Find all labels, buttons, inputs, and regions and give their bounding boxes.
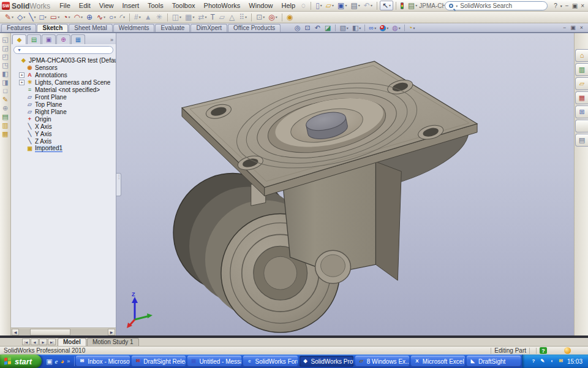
quick-launch-overflow-icon[interactable]: » <box>67 358 70 364</box>
view-top-icon[interactable]: ◧ <box>2 71 8 77</box>
offset-entities-icon[interactable]: ✳ <box>154 13 165 21</box>
rapid-sketch-icon[interactable]: ◎▾ <box>266 13 279 21</box>
tree-item-y-axis[interactable]: ╲ Y Axis <box>13 130 116 137</box>
zoom-to-fit-icon[interactable]: ◎ <box>293 25 303 31</box>
open-document-icon[interactable]: ▱▾ <box>324 2 336 9</box>
separator[interactable] <box>364 25 365 31</box>
select-arrow-icon[interactable]: ↖▾ <box>380 1 393 10</box>
expand-toggle[interactable] <box>19 109 24 115</box>
expand-toggle[interactable] <box>19 117 24 122</box>
firefox-icon[interactable]: ◕ <box>60 358 64 365</box>
tree-item-x-axis[interactable]: ╲ X Axis <box>13 123 116 130</box>
tray-outlook-icon[interactable]: ✉ <box>557 358 565 365</box>
expand-toggle[interactable]: + <box>19 80 24 85</box>
centerpoint-arc-icon[interactable]: ◠▾ <box>72 13 85 21</box>
expand-toggle[interactable]: + <box>19 72 24 78</box>
separator[interactable] <box>404 25 405 31</box>
quick-tips-help-icon[interactable]: ? <box>540 347 547 354</box>
motion-study-tab[interactable]: Motion Study 1 <box>87 338 139 346</box>
help-button[interactable]: ? <box>554 2 557 9</box>
task-solidworks-forum-browser[interactable]: e SolidWorks Foru... <box>243 356 297 367</box>
expand-toggle[interactable] <box>13 58 18 63</box>
separator[interactable] <box>311 2 311 10</box>
appearances-scenes-tab[interactable] <box>575 120 588 132</box>
search-input[interactable]: SolidWorks Search <box>460 2 543 9</box>
menu-window[interactable]: Window <box>244 1 277 10</box>
expand-toggle[interactable] <box>19 87 24 93</box>
tab-sketch[interactable]: Sketch <box>37 24 68 32</box>
sketch-icon[interactable]: ✎▾ <box>3 13 15 21</box>
file-properties-icon[interactable]: ▤▾ <box>406 2 419 9</box>
custom-properties-tab[interactable]: ▤ <box>575 134 588 147</box>
point-icon[interactable]: ⊕ <box>85 13 95 21</box>
tab-features[interactable]: Features <box>1 24 36 32</box>
tray-pen-icon[interactable]: ✎ <box>539 358 546 365</box>
doc-minimize-button[interactable]: − <box>563 25 566 31</box>
view-right-icon[interactable]: ◳ <box>2 62 8 69</box>
tree-item-lights[interactable]: + ☀ Lights, Cameras and Scene <box>13 79 116 86</box>
tree-item-part[interactable]: ◆ JPMA-CHCA003-GR test (Default<<Default… <box>13 56 116 64</box>
task-windows-explorer-group[interactable]: ▱ 8 Windows Ex... ▾ <box>355 356 409 367</box>
edit-appearance-icon[interactable]: ▾ <box>378 25 390 31</box>
spline-icon[interactable]: ∿▾ <box>95 13 107 21</box>
view-settings-icon[interactable]: ◔▾ <box>407 25 417 31</box>
undo-icon[interactable]: ↶▾ <box>362 2 374 9</box>
doc-close-button[interactable]: × <box>580 25 583 31</box>
tab-dimxpert[interactable]: DimXpert <box>190 24 227 32</box>
tab-weldments[interactable]: Weldments <box>113 24 155 32</box>
minimize-button[interactable]: − <box>565 2 569 9</box>
text-icon[interactable]: T <box>209 13 217 21</box>
instant3d-icon[interactable]: △ <box>227 13 237 21</box>
motion-last-button[interactable]: ▶| <box>48 339 56 345</box>
tab-sheet-metal[interactable]: Sheet Metal <box>69 24 112 32</box>
tree-item-right-plane[interactable]: ▱ Right Plane <box>13 108 116 115</box>
separator[interactable] <box>167 13 168 21</box>
start-button[interactable]: start <box>0 355 42 368</box>
quick-tip-indicator-icon[interactable] <box>564 347 571 354</box>
expand-toggle[interactable] <box>19 131 24 137</box>
add-dimension-icon[interactable]: ⊕ <box>2 105 8 112</box>
view-front-icon[interactable]: ◱ <box>2 36 8 43</box>
line-icon[interactable]: ╲▾ <box>27 13 37 21</box>
separator[interactable] <box>335 25 336 31</box>
dimxpertmanager-tab[interactable]: ⊕ <box>56 34 70 44</box>
separator[interactable] <box>129 13 130 21</box>
model-tab[interactable]: Model <box>58 338 86 346</box>
separator[interactable] <box>282 13 282 21</box>
restore-button[interactable]: ▣ <box>572 2 578 9</box>
search-dropdown-icon[interactable]: ▾ <box>456 4 458 8</box>
motion-first-button[interactable]: |◀ <box>22 339 30 345</box>
drag-drop-tab[interactable]: ⊞ <box>575 105 588 118</box>
graphics-viewport[interactable]: Z ⋮ <box>116 33 574 335</box>
quick-snaps-icon[interactable]: ⊡▾ <box>254 13 266 21</box>
plane-icon[interactable]: ▱ <box>217 13 227 21</box>
menu-edit[interactable]: Edit <box>75 1 95 10</box>
file-explorer-tab[interactable]: ▱ <box>575 77 588 90</box>
tree-item-imported1[interactable]: ▣ Imported1 <box>13 145 116 152</box>
task-inbox-outlook[interactable]: ✉ Inbox - Microsof... <box>76 356 130 367</box>
tree-horizontal-scrollbar[interactable]: ◀ ▶ <box>11 328 116 335</box>
menu-photoworks[interactable]: PhotoWorks <box>200 1 245 10</box>
print-icon[interactable]: ▤▾ <box>349 2 361 9</box>
task-solidworks-professional[interactable]: ◆ SolidWorks Prof... <box>300 356 353 367</box>
menu-view[interactable]: View <box>95 1 118 10</box>
linear-pattern-icon[interactable]: ▦▾ <box>183 13 196 21</box>
tab-office-products[interactable]: Office Products <box>228 24 281 32</box>
menu-tools[interactable]: Tools <box>143 1 168 10</box>
menu-insert[interactable]: Insert <box>118 1 143 10</box>
sketch-fillet-icon[interactable]: ◜▾ <box>118 13 127 21</box>
smart-dimension-icon[interactable]: ◇▾ <box>15 13 27 21</box>
circle-icon[interactable]: ◔▾ <box>61 13 72 21</box>
tree-item-annotations[interactable]: + A Annotations <box>13 71 116 79</box>
separator[interactable] <box>396 2 396 10</box>
new-document-icon[interactable]: ▯▾ <box>314 2 324 9</box>
expand-toggle[interactable] <box>19 139 24 144</box>
internet-explorer-icon[interactable]: e <box>55 358 58 365</box>
tree-item-material[interactable]: ≡ Material <not specified> <box>13 86 116 93</box>
expand-toggle[interactable] <box>19 102 24 107</box>
trim-entities-icon[interactable]: #▾ <box>132 13 143 21</box>
sketch-mode-icon[interactable]: ✎ <box>2 96 8 103</box>
task-microsoft-excel[interactable]: X Microsoft Excel -... <box>411 356 465 367</box>
tree-item-origin[interactable]: + Origin <box>13 115 116 123</box>
menu-help[interactable]: Help <box>277 1 300 10</box>
